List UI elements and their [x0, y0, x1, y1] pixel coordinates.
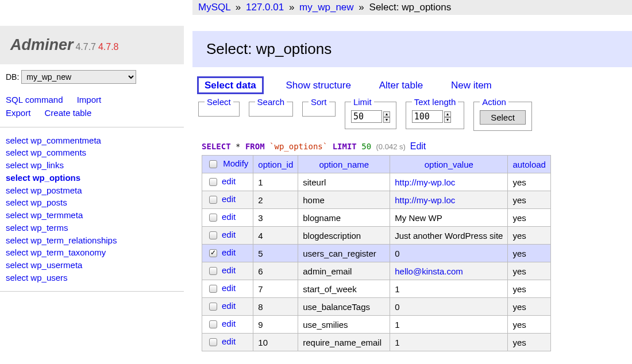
sidebar-table-name[interactable]: wp_links: [30, 160, 64, 170]
row-checkbox[interactable]: [209, 249, 217, 257]
text-length-spinner[interactable]: ▴▾: [444, 111, 451, 123]
app-version: 4.7.7: [75, 42, 96, 52]
edit-row-link[interactable]: edit: [222, 301, 236, 311]
sidebar-table-select[interactable]: select: [6, 273, 28, 282]
row-checkbox[interactable]: [209, 338, 217, 346]
sidebar-table-name[interactable]: wp_terms: [30, 223, 68, 233]
cell-value: 0: [395, 302, 399, 312]
bc-server[interactable]: 127.0.01: [246, 2, 284, 13]
breadcrumb: MySQL » 127.0.01 » my_wp_new » Select: w…: [192, 0, 632, 15]
sidebar-table-name[interactable]: wp_options: [33, 173, 80, 183]
row-checkbox[interactable]: [209, 267, 217, 275]
cell-autoload: yes: [508, 227, 551, 245]
bc-db[interactable]: my_wp_new: [299, 2, 354, 13]
sidebar-table-name[interactable]: wp_termmeta: [30, 210, 83, 220]
chevron-down-icon[interactable]: ▾: [444, 117, 451, 123]
edit-row-link[interactable]: edit: [222, 265, 236, 275]
row-checkbox[interactable]: [209, 231, 217, 239]
cell-id: 10: [253, 334, 298, 351]
bc-sep: »: [359, 2, 364, 13]
col-option-value[interactable]: option_value: [390, 156, 508, 173]
sidebar-table-name[interactable]: wp_commentmeta: [30, 135, 101, 145]
chevron-up-icon[interactable]: ▴: [383, 111, 390, 117]
row-checkbox[interactable]: [209, 285, 217, 293]
row-checkbox[interactable]: [209, 178, 217, 186]
sidebar-table-name[interactable]: wp_term_relationships: [30, 235, 117, 245]
cell-value-link[interactable]: hello@kinsta.com: [395, 266, 463, 276]
link-import[interactable]: Import: [77, 95, 102, 104]
sidebar-table-name[interactable]: wp_postmeta: [30, 185, 82, 195]
legend-search[interactable]: Search: [255, 97, 287, 107]
sidebar-table-select[interactable]: select: [6, 148, 28, 157]
sidebar-table-select[interactable]: select: [6, 235, 28, 245]
sidebar-table-select[interactable]: select: [6, 210, 28, 220]
edit-row-link[interactable]: edit: [222, 247, 236, 257]
cell-name: users_can_register: [298, 245, 390, 262]
col-option-id[interactable]: option_id: [253, 156, 298, 173]
app-update-version[interactable]: 4.7.8: [98, 42, 119, 52]
select-all-checkbox[interactable]: [209, 160, 217, 168]
edit-row-link[interactable]: edit: [222, 336, 236, 346]
edit-query-link[interactable]: Edit: [410, 141, 426, 151]
cell-autoload: yes: [508, 191, 551, 209]
link-sql-command[interactable]: SQL command: [6, 95, 63, 104]
select-button[interactable]: Select: [480, 110, 526, 125]
sidebar-table-name[interactable]: wp_comments: [30, 148, 86, 157]
sidebar-table-select[interactable]: select: [6, 160, 28, 170]
text-length-input[interactable]: [412, 110, 443, 123]
limit-input[interactable]: [351, 110, 382, 123]
fieldset-select[interactable]: Select: [198, 97, 240, 117]
sidebar-table-name[interactable]: wp_usermeta: [30, 260, 82, 270]
fieldset-search[interactable]: Search: [249, 97, 294, 117]
sidebar-table-select[interactable]: select: [6, 198, 28, 207]
tab-alter-table[interactable]: Alter table: [373, 78, 429, 92]
sidebar-table-select[interactable]: select: [6, 260, 28, 270]
cell-value-link[interactable]: http://my-wp.loc: [395, 195, 455, 205]
edit-row-link[interactable]: edit: [222, 283, 236, 293]
link-create-table[interactable]: Create table: [45, 108, 92, 118]
edit-row-link[interactable]: edit: [222, 194, 236, 204]
legend-select[interactable]: Select: [205, 97, 233, 107]
sidebar-table-name[interactable]: wp_term_taxonomy: [30, 247, 106, 257]
row-checkbox[interactable]: [209, 303, 217, 311]
sidebar-table-select[interactable]: select: [6, 247, 28, 257]
cell-value: Just another WordPress site: [395, 231, 503, 241]
row-checkbox[interactable]: [209, 214, 217, 222]
edit-row-link[interactable]: edit: [222, 230, 236, 239]
row-checkbox[interactable]: [209, 320, 217, 328]
link-export[interactable]: Export: [6, 108, 30, 118]
col-autoload[interactable]: autoload: [508, 156, 551, 173]
sidebar-table-name[interactable]: wp_users: [30, 273, 67, 282]
fieldset-sort[interactable]: Sort: [302, 97, 336, 117]
cell-name: use_smilies: [298, 316, 390, 334]
cell-id: 7: [253, 280, 298, 298]
cell-id: 4: [253, 227, 298, 245]
cell-value: 1: [395, 338, 399, 347]
edit-row-link[interactable]: edit: [222, 212, 236, 222]
edit-row-link[interactable]: edit: [222, 176, 236, 186]
sidebar-table-select[interactable]: select: [6, 223, 28, 233]
tab-select-data[interactable]: Select data: [197, 76, 264, 94]
edit-row-link[interactable]: edit: [222, 319, 236, 328]
fieldset-action: Action Select: [473, 97, 532, 131]
sidebar-table-select[interactable]: select: [6, 173, 30, 183]
chevron-down-icon[interactable]: ▾: [383, 117, 390, 123]
tab-show-structure[interactable]: Show structure: [280, 78, 357, 92]
row-checkbox[interactable]: [209, 196, 217, 204]
table-list: select wp_commentmetaselect wp_commentss…: [0, 127, 184, 292]
bc-driver[interactable]: MySQL: [198, 2, 230, 13]
chevron-up-icon[interactable]: ▴: [444, 111, 451, 117]
legend-sort[interactable]: Sort: [309, 97, 329, 107]
sidebar-table-name[interactable]: wp_posts: [30, 198, 67, 207]
cell-autoload: yes: [508, 334, 551, 351]
limit-spinner[interactable]: ▴▾: [383, 111, 390, 123]
modify-header-link[interactable]: Modify: [223, 158, 248, 168]
cell-name: siteurl: [298, 173, 390, 191]
cell-value-link[interactable]: http://my-wp.loc: [395, 177, 455, 187]
db-select[interactable]: my_wp_new: [21, 70, 136, 84]
sidebar-table-select[interactable]: select: [6, 185, 28, 195]
sidebar-table-select[interactable]: select: [6, 135, 28, 145]
tab-new-item[interactable]: New item: [445, 78, 498, 92]
cell-id: 8: [253, 298, 298, 316]
col-option-name[interactable]: option_name: [298, 156, 390, 173]
